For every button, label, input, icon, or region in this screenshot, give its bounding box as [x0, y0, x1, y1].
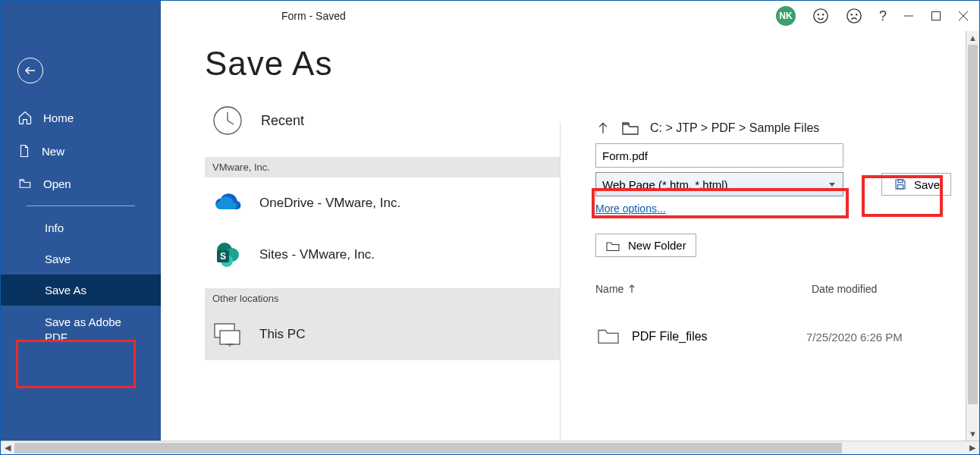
- svg-marker-24: [829, 183, 835, 187]
- svg-rect-20: [220, 331, 240, 344]
- file-name: PDF File_files: [632, 330, 791, 344]
- sidebar-label: Save as Adobe PDF: [45, 315, 144, 344]
- sidebar-label: Open: [43, 177, 71, 190]
- document-title: Form - Saved: [281, 10, 346, 22]
- this-pc-icon: [212, 319, 243, 350]
- main-panel: Save As Recent VMware, Inc. OneDrive - V…: [161, 31, 966, 441]
- breadcrumb-path[interactable]: C: > JTP > PDF > Sample Files: [650, 121, 819, 135]
- section-header-other: Other locations: [205, 288, 560, 309]
- svg-point-4: [851, 14, 852, 15]
- svg-line-13: [228, 121, 234, 124]
- location-this-pc[interactable]: This PC: [205, 309, 560, 360]
- page-title: Save As: [205, 45, 560, 83]
- sort-asc-icon: [628, 284, 636, 293]
- svg-point-3: [847, 9, 861, 23]
- help-icon[interactable]: ?: [879, 8, 887, 24]
- location-label: Sites - VMware, Inc.: [259, 247, 375, 262]
- recent-label: Recent: [261, 113, 304, 129]
- sidebar-label: Save As: [45, 284, 86, 297]
- folder-icon: [605, 240, 620, 252]
- scroll-left-icon[interactable]: ◀: [1, 443, 14, 453]
- file-date: 7/25/2020 6:26 PM: [806, 331, 903, 344]
- scroll-right-icon[interactable]: ▶: [966, 443, 979, 453]
- folder-icon: [595, 325, 632, 348]
- chevron-down-icon: [828, 180, 837, 189]
- arrow-left-icon: [24, 64, 37, 77]
- sidebar-item-new[interactable]: New: [1, 134, 161, 168]
- sharepoint-icon: S: [212, 240, 243, 270]
- svg-point-5: [856, 14, 857, 15]
- location-onedrive[interactable]: OneDrive - VMware, Inc.: [205, 177, 560, 229]
- folder-icon: [621, 121, 639, 136]
- svg-rect-26: [897, 185, 903, 189]
- filename-input[interactable]: [595, 143, 843, 168]
- new-folder-label: New Folder: [628, 239, 686, 252]
- file-list-row[interactable]: PDF File_files 7/25/2020 6:26 PM: [595, 325, 966, 348]
- path-row: C: > JTP > PDF > Sample Files: [595, 121, 966, 136]
- title-bar: Form - Saved NK ?: [1, 1, 979, 31]
- sidebar-item-save-as[interactable]: Save As: [1, 275, 161, 306]
- scroll-thumb[interactable]: [14, 443, 842, 453]
- sidebar-divider: [27, 206, 135, 206]
- save-details-column: C: > JTP > PDF > Sample Files Web Page (…: [561, 31, 966, 441]
- vertical-scrollbar[interactable]: ▲ ▼: [966, 31, 979, 441]
- svg-point-0: [814, 9, 828, 23]
- minimize-icon[interactable]: [903, 11, 914, 21]
- list-header-name[interactable]: Name: [595, 283, 793, 295]
- svg-rect-7: [932, 12, 941, 20]
- sidebar-label: Info: [45, 221, 64, 234]
- user-avatar[interactable]: NK: [776, 6, 796, 26]
- scroll-down-icon[interactable]: ▼: [966, 427, 979, 441]
- section-header-vmware: VMware, Inc.: [205, 157, 560, 177]
- location-sites[interactable]: S Sites - VMware, Inc.: [205, 229, 560, 281]
- save-button-label: Save: [914, 178, 940, 191]
- scroll-thumb[interactable]: [968, 45, 978, 404]
- location-label: This PC: [259, 327, 305, 342]
- up-arrow-icon[interactable]: [595, 121, 611, 136]
- sidebar-item-save[interactable]: Save: [1, 243, 161, 275]
- sidebar-label: Home: [43, 111, 74, 124]
- save-button[interactable]: Save: [881, 173, 951, 196]
- maximize-icon[interactable]: [931, 11, 941, 21]
- sidebar-item-save-adobe[interactable]: Save as Adobe PDF: [1, 306, 161, 353]
- close-icon[interactable]: [958, 11, 969, 21]
- file-list-header: Name Date modified: [595, 283, 966, 295]
- sidebar-item-info[interactable]: Info: [1, 212, 161, 243]
- new-doc-icon: [17, 143, 31, 158]
- recent-row[interactable]: Recent: [212, 105, 560, 136]
- svg-point-2: [823, 14, 824, 15]
- locations-column: Save As Recent VMware, Inc. OneDrive - V…: [161, 31, 560, 441]
- filetype-dropdown[interactable]: Web Page (*.htm, *.html): [595, 172, 843, 196]
- svg-rect-25: [898, 180, 903, 183]
- new-folder-button[interactable]: New Folder: [595, 234, 696, 257]
- svg-text:S: S: [220, 251, 226, 262]
- home-icon: [17, 110, 33, 125]
- sidebar-label: New: [42, 145, 64, 158]
- filetype-value: Web Page (*.htm, *.html): [602, 178, 728, 191]
- sidebar-item-open[interactable]: Open: [1, 168, 161, 199]
- frown-icon[interactable]: [846, 8, 862, 24]
- back-button[interactable]: [17, 58, 43, 83]
- more-options-link[interactable]: More options...: [595, 202, 666, 215]
- scroll-up-icon[interactable]: ▲: [966, 31, 979, 45]
- sidebar-item-home[interactable]: Home: [1, 101, 161, 134]
- horizontal-scrollbar[interactable]: ◀ ▶: [1, 441, 979, 454]
- backstage-sidebar: Home New Open Info Save Save As Save as …: [1, 1, 161, 441]
- location-label: OneDrive - VMware, Inc.: [259, 196, 400, 211]
- clock-icon: [212, 105, 243, 136]
- save-icon: [893, 177, 908, 191]
- sidebar-label: Save: [45, 253, 71, 265]
- svg-point-1: [818, 14, 818, 15]
- onedrive-icon: [212, 188, 243, 218]
- list-header-date[interactable]: Date modified: [812, 283, 877, 295]
- folder-open-icon: [17, 177, 33, 190]
- smile-icon[interactable]: [812, 8, 829, 24]
